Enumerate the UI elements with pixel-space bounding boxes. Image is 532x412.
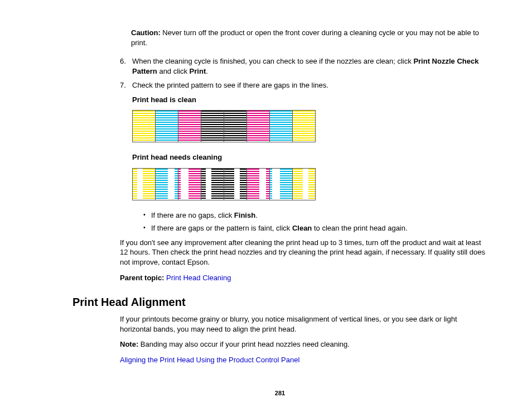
result-bullet-list: If there are no gaps, click Finish. If t…: [143, 210, 487, 233]
document-page: Caution: Never turn off the product or o…: [72, 28, 487, 408]
step-6-text-2: and click: [157, 67, 190, 75]
clean-pattern-label: Print head is clean: [132, 95, 487, 105]
swatch-magenta: [246, 110, 270, 142]
step-7: Check the printed pattern to see if ther…: [120, 80, 487, 233]
parent-topic-link[interactable]: Print Head Cleaning: [166, 274, 231, 282]
step-6-bold-2: Print: [190, 67, 206, 75]
swatch-black: [201, 110, 224, 142]
swatch-yellow: [132, 110, 156, 142]
step-6: When the cleaning cycle is finished, you…: [120, 56, 487, 76]
alignment-intro: If your printouts become grainy or blurr…: [120, 314, 487, 334]
note-label: Note:: [120, 340, 138, 348]
swatch-magenta-gapped: [246, 168, 270, 200]
alignment-section-body: If your printouts become grainy or blurr…: [120, 314, 487, 365]
step-list: When the cleaning cycle is finished, you…: [120, 56, 487, 233]
swatch-cyan: [155, 110, 178, 142]
dirty-pattern-label: Print head needs cleaning: [132, 152, 487, 162]
parent-topic-line: Parent topic: Print Head Cleaning: [120, 273, 487, 283]
swatch-magenta-gapped: [178, 168, 201, 200]
swatch-black-gapped: [224, 168, 247, 200]
section-heading-alignment: Print Head Alignment: [72, 295, 487, 310]
caution-text: Never turn off the product or open the f…: [131, 28, 479, 47]
step-7-text: Check the printed pattern to see if ther…: [132, 81, 328, 89]
step-6-text-3: .: [206, 67, 208, 75]
swatch-yellow-gapped: [292, 168, 316, 200]
dirty-pattern-image: [132, 168, 487, 200]
bullet-text: .: [255, 211, 258, 219]
bullet-text: If there are no gaps, click: [151, 211, 234, 219]
swatch-cyan-gapped: [269, 168, 293, 200]
alignment-note: Note: Banding may also occur if your pri…: [120, 339, 487, 349]
clean-pattern-image: [132, 110, 487, 142]
after-steps-paragraph: If you don't see any improvement after c…: [120, 238, 487, 267]
alignment-link-line: Aligning the Print Head Using the Produc…: [120, 355, 487, 365]
note-text: Banding may also occur if your print hea…: [138, 340, 350, 348]
swatch-magenta: [178, 110, 201, 142]
bullet-text: to clean the print head again.: [312, 224, 407, 232]
alignment-link[interactable]: Aligning the Print Head Using the Produc…: [120, 356, 299, 364]
caution-label: Caution:: [131, 28, 161, 37]
swatch-cyan-gapped: [155, 168, 178, 200]
swatch-black-gapped: [201, 168, 224, 200]
swatch-black: [224, 110, 247, 142]
caution-paragraph: Caution: Never turn off the product or o…: [131, 28, 487, 47]
swatch-cyan: [269, 110, 293, 142]
bullet-bold: Finish: [234, 211, 255, 219]
bullet-bold: Clean: [292, 224, 312, 232]
step-6-text-1: When the cleaning cycle is finished, you…: [132, 57, 413, 65]
bullet-gaps: If there are gaps or the pattern is fain…: [143, 223, 487, 233]
swatch-yellow-gapped: [132, 168, 156, 200]
page-number: 281: [72, 389, 487, 397]
parent-topic-label: Parent topic:: [120, 274, 164, 282]
swatch-yellow: [292, 110, 316, 142]
bullet-text: If there are gaps or the pattern is fain…: [151, 224, 292, 232]
bullet-no-gaps: If there are no gaps, click Finish.: [143, 210, 487, 221]
